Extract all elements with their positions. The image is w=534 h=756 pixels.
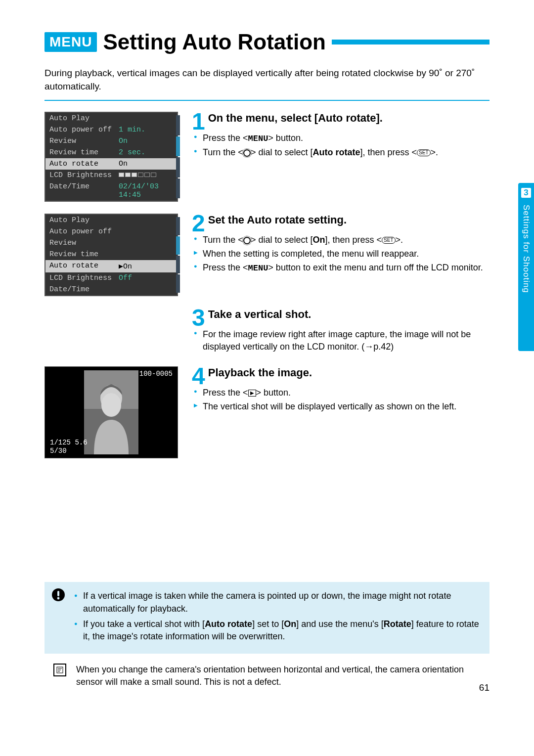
menu-row-label: LCD Brightness (49, 274, 119, 282)
menu-row-label: Auto Play (49, 216, 119, 224)
step-title: Set the Auto rotate setting. (208, 214, 490, 226)
menu-row: Review time (45, 249, 177, 260)
warning-item: If a vertical image is taken while the c… (74, 590, 481, 615)
menu-row-value (119, 239, 173, 247)
warning-icon (51, 588, 65, 602)
step-4: 4 Playback the image. Press the <▶> butt… (192, 366, 490, 458)
step-number: 3 (192, 308, 205, 328)
menu-row: Auto Play (45, 113, 177, 124)
playback-file: 100-0005 (139, 370, 173, 378)
menu-row-value: ▶On (119, 262, 173, 271)
portrait-illustration (84, 370, 138, 454)
menu-row-value: Off (119, 274, 173, 282)
menu-screenshot-2: Auto PlayAuto power offReviewReview time… (44, 214, 178, 296)
step-bullet: Press the <MENU> button. (194, 132, 490, 145)
menu-row-label: Review time (49, 250, 119, 259)
step-1: 1 On the menu, select [Auto rotate]. Pre… (192, 112, 490, 202)
step-3: 3 Take a vertical shot. For the image re… (192, 308, 490, 355)
menu-row: LCD Brightness (45, 170, 177, 181)
menu-row-value (119, 227, 173, 236)
menu-row: ReviewOn (45, 135, 177, 147)
menu-row-value (119, 250, 173, 259)
menu-row-value: 2 sec. (119, 148, 173, 157)
note-icon (53, 664, 66, 676)
menu-badge: MENU (44, 32, 97, 52)
step-number: 4 (192, 366, 205, 387)
menu-row-label: Auto power off (49, 126, 119, 134)
menu-row: Auto rotate▶On (45, 260, 177, 272)
step-title: On the menu, select [Auto rotate]. (208, 112, 490, 125)
chapter-label: Settings for Shooting (521, 205, 531, 293)
menu-row: Auto power off (45, 226, 177, 237)
step-bullet: The vertical shot will be displayed vert… (194, 400, 490, 413)
menu-row-label: Date/Time (49, 182, 119, 199)
menu-row: Date/Time (45, 284, 177, 295)
menu-row-label: Date/Time (49, 285, 119, 294)
menu-row: Review (45, 237, 177, 249)
info-note: When you change the camera's orientation… (44, 664, 490, 688)
step-bullet: Turn the <> dial to select [On], then pr… (194, 234, 490, 246)
menu-row: LCD BrightnessOff (45, 272, 177, 284)
svg-rect-5 (57, 591, 59, 596)
menu-row-label: Auto rotate (49, 160, 119, 168)
step-title: Playback the image. (208, 366, 490, 379)
chapter-tab: 3 Settings for Shooting (518, 183, 534, 351)
menu-row: Auto rotateOn (45, 158, 177, 170)
menu-row: Auto Play (45, 215, 177, 226)
menu-row-label: Review (49, 137, 119, 145)
step-number: 2 (192, 214, 205, 234)
page-title-bar: MENU Setting Auto Rotation (44, 30, 490, 54)
step-number: 1 (192, 112, 205, 132)
menu-row-label: Review time (49, 148, 119, 157)
chapter-number: 3 (521, 188, 531, 198)
step-bullet: For the image review right after image c… (194, 328, 490, 353)
menu-screenshot-1: Auto PlayAuto power off1 min.ReviewOnRev… (44, 112, 178, 202)
intro-text: During playback, vertical images can be … (44, 67, 490, 93)
menu-row: Review time2 sec. (45, 147, 177, 158)
menu-row-label: Review (49, 239, 119, 247)
step-bullet: Press the <▶> button. (194, 387, 490, 399)
playback-preview: 100-0005 1/125 5.6 5/30 (44, 366, 178, 458)
menu-row-label: Auto rotate (49, 262, 119, 271)
svg-point-6 (57, 597, 60, 600)
menu-row-value (119, 171, 173, 179)
menu-row: Auto power off1 min. (45, 124, 177, 135)
playback-count: 5/30 (50, 447, 67, 455)
menu-row-label: LCD Brightness (49, 171, 119, 179)
menu-row-value: 1 min. (119, 126, 173, 134)
menu-row: Date/Time02/14/'03 14:45 (45, 181, 177, 201)
menu-row-value: 02/14/'03 14:45 (119, 182, 173, 199)
info-text: When you change the camera's orientation… (76, 664, 481, 688)
step-bullet: When the setting is completed, the menu … (194, 248, 490, 260)
page-title: Setting Auto Rotation (103, 30, 326, 54)
menu-row-value: On (119, 160, 173, 168)
menu-row-value: On (119, 137, 173, 145)
step-2: 2 Set the Auto rotate setting. Turn the … (192, 214, 490, 296)
warning-item: If you take a vertical shot with [Auto r… (74, 618, 481, 643)
menu-row-value (119, 216, 173, 224)
menu-row-value (119, 114, 173, 123)
step-bullet: Press the <MENU> button to exit the menu… (194, 262, 490, 274)
svg-point-3 (101, 393, 121, 417)
playback-exposure: 1/125 5.6 (50, 439, 88, 446)
warning-box: If a vertical image is taken while the c… (44, 582, 490, 654)
title-line (332, 40, 490, 44)
menu-row-label: Auto Play (49, 114, 119, 123)
step-bullet: Turn the <> dial to select [Auto rotate]… (194, 146, 490, 159)
step-title: Take a vertical shot. (208, 308, 490, 321)
separator (44, 100, 490, 101)
page-number: 61 (479, 682, 490, 693)
menu-row-value (119, 285, 173, 294)
menu-row-label: Auto power off (49, 227, 119, 236)
